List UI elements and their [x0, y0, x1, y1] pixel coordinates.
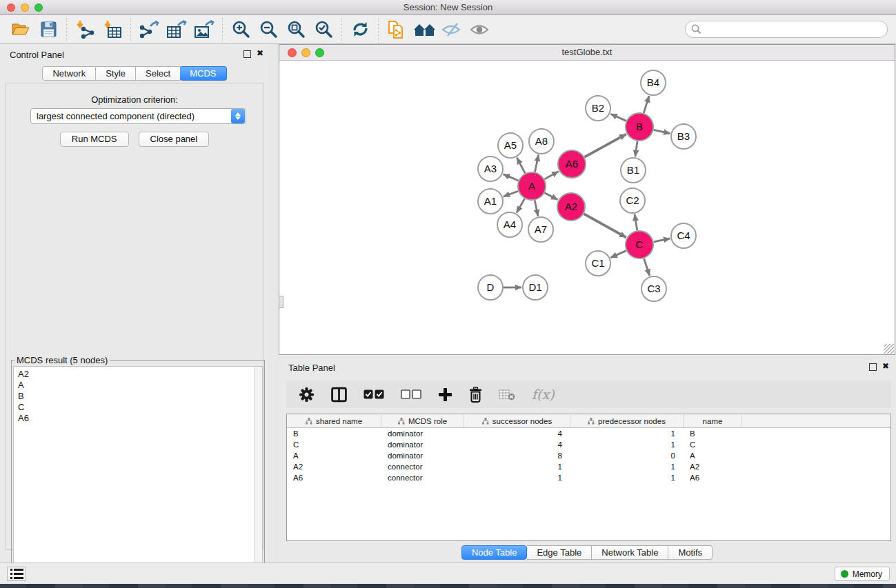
column-header-predecessor-nodes[interactable]: predecessor nodes: [570, 414, 684, 427]
apply-layout-button[interactable]: [346, 17, 374, 42]
new-network-from-selection-button[interactable]: [383, 17, 410, 42]
mcds-result-item[interactable]: B: [14, 391, 262, 402]
hide-selection-button[interactable]: [438, 17, 466, 42]
mcds-result-item[interactable]: A2: [14, 369, 262, 380]
table-cell: A: [684, 450, 742, 461]
graph-edge-A-A1[interactable]: [504, 191, 519, 196]
network-window-controls[interactable]: [288, 48, 324, 57]
mcds-result-list[interactable]: A2ABCA6: [13, 366, 263, 588]
table-cell: B: [684, 428, 742, 439]
first-neighbors-button[interactable]: [410, 17, 438, 42]
graph-node-label-B4: B4: [647, 77, 659, 88]
graph-edge-A-A3[interactable]: [503, 174, 518, 181]
graph-edge-B-B4[interactable]: [644, 96, 649, 113]
task-history-button[interactable]: [7, 567, 26, 581]
function-builder-button[interactable]: f(x): [532, 387, 555, 402]
unchecked-boxes-icon: [401, 389, 421, 399]
close-table-panel-icon[interactable]: ✖: [882, 361, 889, 371]
mcds-result-item[interactable]: A6: [14, 413, 262, 424]
graph-edge-A-A5[interactable]: [517, 158, 525, 174]
network-window-titlebar[interactable]: testGlobe.txt: [279, 45, 895, 61]
table-cell: 1: [464, 461, 570, 472]
close-panel-button[interactable]: Close panel: [139, 132, 210, 147]
tab-network-table[interactable]: Network Table: [592, 545, 668, 560]
select-all-rows-button[interactable]: [364, 389, 384, 399]
network-graph-canvas[interactable]: B4B2BB3B1A6A5A8A3AA1A2C2A4A7C4CC1C3DD1: [279, 61, 895, 354]
save-session-button[interactable]: [34, 17, 62, 42]
zoom-in-button[interactable]: [227, 17, 255, 42]
drawer-grip[interactable]: [279, 296, 283, 308]
mcds-result-item[interactable]: C: [14, 402, 262, 413]
window-controls[interactable]: [7, 3, 43, 12]
table-row[interactable]: Bdominator41B: [287, 428, 890, 439]
graph-edge-A6-B[interactable]: [584, 134, 626, 157]
zoom-in-icon: [232, 20, 250, 39]
graph-edge-A-A4[interactable]: [517, 199, 525, 212]
table-cell: dominator: [381, 450, 464, 461]
run-mcds-button[interactable]: Run MCDS: [60, 132, 129, 147]
delete-table-button[interactable]: [499, 389, 515, 401]
memory-button[interactable]: Memory: [835, 567, 890, 581]
import-table-button[interactable]: [99, 17, 126, 42]
tab-edge-table[interactable]: Edge Table: [527, 545, 592, 560]
tab-motifs[interactable]: Motifs: [668, 545, 713, 560]
maximize-window-button[interactable]: [34, 3, 43, 12]
search-input[interactable]: [705, 23, 887, 37]
zoom-out-button[interactable]: [255, 17, 282, 42]
zoom-selected-button[interactable]: [310, 17, 337, 42]
table-row[interactable]: A6connector11A6: [287, 472, 890, 483]
minimize-network-button[interactable]: [301, 48, 310, 57]
criterion-dropdown[interactable]: largest connected component (directed): [30, 108, 246, 124]
toolbar-separator: [222, 18, 223, 41]
table-settings-button[interactable]: [299, 387, 315, 403]
deselect-all-rows-button[interactable]: [401, 389, 421, 399]
table-cell: 1: [570, 472, 684, 483]
dropdown-stepper-icon[interactable]: [231, 109, 245, 123]
graph-edge-B-B3[interactable]: [654, 130, 670, 133]
float-panel-button[interactable]: [243, 50, 251, 58]
close-network-button[interactable]: [288, 48, 297, 57]
graph-edge-A2-C[interactable]: [584, 214, 626, 237]
add-column-button[interactable]: [438, 387, 452, 402]
graph-edge-A-A2[interactable]: [545, 193, 558, 200]
graph-edge-C-C3[interactable]: [644, 258, 650, 276]
column-header-name[interactable]: name: [684, 414, 742, 427]
export-image-button[interactable]: [190, 17, 218, 42]
show-columns-button[interactable]: [331, 387, 347, 403]
column-header-mcds-role[interactable]: MCDS role: [381, 414, 464, 427]
tab-node-table[interactable]: Node Table: [461, 545, 528, 560]
tab-network[interactable]: Network: [42, 66, 96, 81]
table-row[interactable]: Adominator80A: [287, 450, 890, 461]
show-all-button[interactable]: [466, 17, 493, 42]
maximize-network-button[interactable]: [315, 48, 324, 57]
search-field[interactable]: [685, 21, 888, 38]
graph-edge-A-A7[interactable]: [535, 201, 538, 216]
table-row[interactable]: A2connector11A2: [287, 461, 890, 472]
tab-select[interactable]: Select: [136, 66, 181, 81]
resize-grip-icon[interactable]: [884, 344, 894, 354]
graph-edge-C-C1[interactable]: [610, 251, 626, 258]
delete-column-button[interactable]: [469, 387, 482, 403]
close-window-button[interactable]: [7, 3, 15, 12]
graph-edge-C-C2[interactable]: [635, 214, 637, 230]
graph-edge-C-C4[interactable]: [654, 239, 670, 242]
graph-edge-A-A8[interactable]: [535, 155, 538, 172]
open-session-button[interactable]: [7, 17, 34, 42]
mcds-result-item[interactable]: A: [14, 380, 262, 391]
import-network-button[interactable]: [71, 17, 99, 42]
column-header-successor-nodes[interactable]: successor nodes: [464, 414, 570, 427]
scrollbar-track[interactable]: [254, 367, 262, 588]
tab-style[interactable]: Style: [96, 66, 136, 81]
tab-mcds[interactable]: MCDS: [180, 66, 226, 81]
graph-edge-A-A6[interactable]: [544, 172, 558, 179]
float-table-panel-button[interactable]: [869, 363, 877, 371]
minimize-window-button[interactable]: [21, 3, 29, 12]
export-network-button[interactable]: [135, 17, 163, 42]
zoom-fit-button[interactable]: [282, 17, 310, 42]
graph-edge-B-B1[interactable]: [635, 141, 637, 156]
column-header-shared-name[interactable]: shared name: [287, 414, 381, 427]
close-panel-icon[interactable]: ✖: [257, 48, 263, 58]
graph-edge-B-B2[interactable]: [610, 114, 626, 121]
table-row[interactable]: Cdominator41C: [287, 439, 890, 450]
export-table-button[interactable]: [163, 17, 190, 42]
